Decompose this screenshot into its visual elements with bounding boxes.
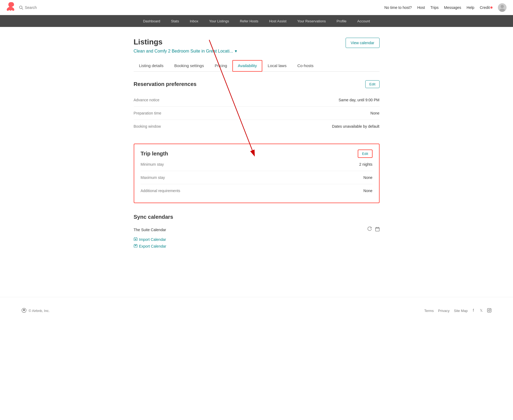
additional-requirements-row: Additional requirements None — [141, 184, 373, 197]
main-content: Listings Clean and Comfy 2 Bedroom Suite… — [127, 27, 386, 281]
page-header: Listings Clean and Comfy 2 Bedroom Suite… — [134, 38, 380, 54]
nav-refer-hosts[interactable]: Refer Hosts — [239, 19, 260, 23]
maximum-stay-row: Maximum stay None — [141, 171, 373, 184]
import-icon — [134, 237, 137, 242]
minimum-stay-row: Minimum stay 2 nights — [141, 158, 373, 171]
page-header-left: Listings Clean and Comfy 2 Bedroom Suite… — [134, 38, 237, 54]
preparation-time-label: Preparation time — [134, 111, 161, 115]
instagram-link[interactable] — [487, 308, 491, 313]
host-link[interactable]: Host — [417, 5, 425, 10]
import-calendar-label: Import Calendar — [139, 237, 166, 242]
booking-window-label: Booking window — [134, 124, 161, 129]
nav-host-assist[interactable]: Host Assist — [268, 19, 287, 23]
avatar[interactable] — [498, 3, 507, 12]
view-calendar-button[interactable]: View calendar — [346, 38, 380, 48]
reservation-preferences-edit-button[interactable]: Edit — [365, 80, 379, 88]
svg-text:f: f — [473, 308, 474, 313]
footer-social: f 𝕏 — [472, 308, 491, 313]
tab-pricing[interactable]: Pricing — [209, 60, 232, 72]
trips-link[interactable]: Trips — [430, 5, 439, 10]
tabs: Listing details Booking settings Pricing… — [134, 60, 380, 72]
tab-booking-settings[interactable]: Booking settings — [169, 60, 209, 72]
footer-logo — [22, 308, 26, 314]
page-title: Listings — [134, 38, 237, 46]
twitter-link[interactable]: 𝕏 — [480, 308, 484, 313]
tab-co-hosts[interactable]: Co-hosts — [292, 60, 319, 72]
tab-local-laws[interactable]: Local laws — [262, 60, 292, 72]
tab-availability[interactable]: Availability — [232, 60, 262, 72]
sync-calendars-title: Sync calendars — [134, 214, 380, 220]
delete-calendar-icon[interactable] — [375, 227, 380, 233]
top-nav-right: No time to host? Host Trips Messages Hel… — [384, 3, 507, 12]
export-icon — [134, 244, 137, 248]
calendar-name: The Suite Calendar — [134, 228, 166, 232]
sync-calendars-section: Sync calendars The Suite Calendar — [134, 214, 380, 248]
nav-stats[interactable]: Stats — [170, 19, 180, 23]
no-time-to-host-link[interactable]: No time to host? — [384, 5, 412, 10]
nav-dashboard[interactable]: Dashboard — [142, 19, 161, 23]
additional-requirements-value: None — [363, 189, 372, 193]
minimum-stay-value: 2 nights — [359, 162, 372, 166]
suite-calendar-row: The Suite Calendar — [134, 224, 380, 235]
svg-point-23 — [488, 310, 490, 311]
reservation-preferences-header: Reservation preferences Edit — [134, 80, 380, 88]
facebook-link[interactable]: f — [472, 308, 476, 313]
preparation-time-value: None — [370, 111, 379, 115]
credit-dot — [490, 6, 493, 9]
top-nav-left: Search — [6, 2, 37, 13]
svg-point-2 — [501, 5, 504, 8]
footer-right: Terms Privacy Site Map f 𝕏 — [424, 308, 491, 313]
trip-length-edit-button[interactable]: Edit — [358, 150, 372, 158]
footer-left: © Airbnb, Inc. — [22, 308, 50, 314]
maximum-stay-label: Maximum stay — [141, 175, 165, 180]
search-bar[interactable]: Search — [19, 5, 37, 10]
sync-refresh-icon[interactable] — [367, 227, 372, 233]
listing-name: Clean and Comfy 2 Bedroom Suite in Great… — [134, 49, 233, 54]
reservation-preferences-title: Reservation preferences — [134, 81, 197, 87]
sync-action-icons — [367, 227, 380, 233]
reservation-preferences-section: Reservation preferences Edit Advance not… — [134, 80, 380, 133]
minimum-stay-label: Minimum stay — [141, 162, 164, 166]
listing-subtitle[interactable]: Clean and Comfy 2 Bedroom Suite in Great… — [134, 48, 237, 54]
booking-window-value: Dates unavailable by default — [332, 124, 380, 129]
footer-sitemap-link[interactable]: Site Map — [454, 309, 468, 313]
footer-copyright: © Airbnb, Inc. — [29, 309, 50, 313]
chevron-down-icon: ▾ — [235, 48, 237, 54]
footer: © Airbnb, Inc. Terms Privacy Site Map f … — [0, 297, 513, 324]
nav-account[interactable]: Account — [356, 19, 371, 23]
advance-notice-value: Same day, until 9:00 PM — [339, 98, 379, 102]
nav-your-reservations[interactable]: Your Reservations — [296, 19, 327, 23]
preparation-time-row: Preparation time None — [134, 107, 380, 120]
svg-point-3 — [500, 9, 505, 12]
footer-privacy-link[interactable]: Privacy — [438, 309, 450, 313]
export-calendar-link[interactable]: Export Calendar — [134, 244, 380, 248]
additional-requirements-label: Additional requirements — [141, 189, 180, 193]
credit-label: Credit — [480, 5, 490, 10]
nav-profile[interactable]: Profile — [335, 19, 347, 23]
svg-point-24 — [490, 309, 491, 310]
top-navigation: Search No time to host? Host Trips Messa… — [0, 0, 513, 15]
nav-your-listings[interactable]: Your Listings — [208, 19, 230, 23]
messages-link[interactable]: Messages — [444, 5, 461, 10]
secondary-navigation: Dashboard Stats Inbox Your Listings Refe… — [0, 15, 513, 27]
credit-badge[interactable]: Credit — [480, 5, 493, 10]
import-calendar-link[interactable]: Import Calendar — [134, 237, 380, 242]
airbnb-logo[interactable] — [6, 2, 15, 13]
footer-terms-link[interactable]: Terms — [424, 309, 434, 313]
trip-length-title: Trip length — [141, 151, 168, 157]
tab-listing-details[interactable]: Listing details — [134, 60, 169, 72]
trip-length-header: Trip length Edit — [141, 150, 373, 158]
svg-rect-22 — [487, 308, 491, 312]
search-placeholder: Search — [25, 5, 37, 10]
help-link[interactable]: Help — [467, 5, 474, 10]
advance-notice-label: Advance notice — [134, 98, 160, 102]
nav-inbox[interactable]: Inbox — [189, 19, 199, 23]
export-calendar-label: Export Calendar — [139, 244, 166, 248]
maximum-stay-value: None — [363, 175, 372, 180]
advance-notice-row: Advance notice Same day, until 9:00 PM — [134, 93, 380, 107]
trip-length-section: Trip length Edit Minimum stay 2 nights M… — [134, 144, 380, 203]
booking-window-row: Booking window Dates unavailable by defa… — [134, 120, 380, 133]
svg-line-1 — [22, 8, 23, 9]
svg-text:𝕏: 𝕏 — [480, 308, 483, 313]
